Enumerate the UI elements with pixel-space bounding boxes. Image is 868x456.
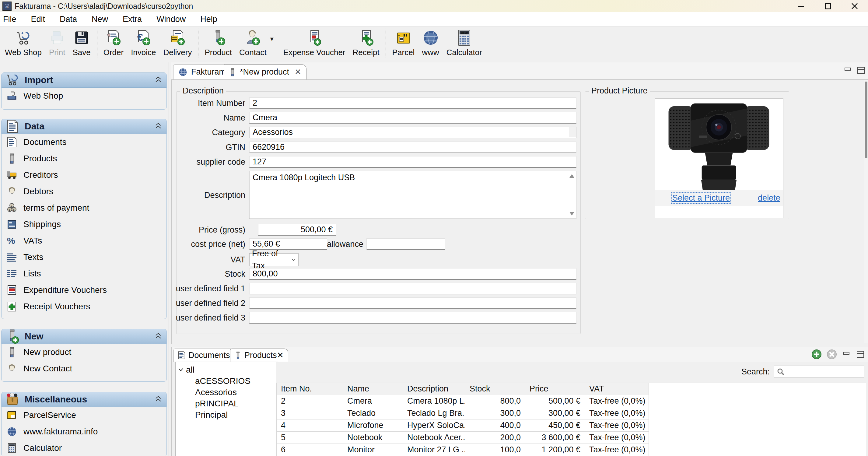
parcel-button[interactable]: Parcel (389, 27, 418, 57)
search-input[interactable] (774, 366, 864, 378)
sidebar-item-calculator[interactable]: Calculator (2, 440, 166, 456)
sidebar-item-texts[interactable]: Texts (2, 249, 166, 266)
item-number-input[interactable]: 2 (249, 97, 577, 109)
column-header-price[interactable]: Price (525, 383, 585, 395)
sidebar-item-documents[interactable]: Documents (2, 134, 166, 150)
import-section-header[interactable]: Import (2, 73, 166, 88)
scroll-up-icon[interactable] (569, 174, 574, 178)
table-row[interactable]: 6 Monitor Monitor 27 LG ... 100,0 1 200,… (277, 444, 866, 456)
name-input[interactable]: Cmera (249, 112, 577, 124)
receipt-button[interactable]: Receipt (349, 27, 383, 57)
sidebar-item-creditors[interactable]: Creditors (2, 167, 166, 183)
column-header-vat[interactable]: VAT (585, 383, 649, 395)
column-header-description[interactable]: Description (403, 383, 465, 395)
table-row[interactable]: 5 Notebook Notebook Acer... 200,0 3 600,… (277, 432, 866, 444)
product-button[interactable]: Product (201, 27, 236, 57)
tree-node-all[interactable]: all (176, 364, 276, 375)
sidebar-item-fakturama-info[interactable]: www.fakturama.info (2, 423, 166, 440)
udf2-label: user defined field 2 (162, 297, 245, 309)
calculator-button[interactable]: 88.50 Calculator (443, 27, 486, 57)
udf3-input[interactable] (249, 312, 577, 324)
collapse-chevron-icon[interactable] (154, 395, 162, 404)
vat-dropdown[interactable]: Free of Tax (249, 253, 299, 266)
editor-scrollbar[interactable] (864, 80, 868, 343)
sidebar-item-web-shop[interactable]: Web Shop (2, 88, 166, 104)
category-combo[interactable]: Acessorios (249, 127, 577, 138)
table-row[interactable]: 4 Microfone HyperX SoloCa... 400,0 450,0… (277, 420, 866, 432)
delete-picture-link[interactable]: delete (758, 193, 780, 203)
column-header-stock[interactable]: Stock (465, 383, 525, 395)
save-button[interactable]: Save (69, 27, 94, 57)
menu-new[interactable]: New (84, 14, 115, 24)
menu-extra[interactable]: Extra (115, 14, 149, 24)
minimize-button[interactable] (788, 0, 814, 12)
delivery-button[interactable]: Delivery (160, 27, 196, 57)
table-row[interactable]: 3 Teclado Teclado Lg Bra... 300,0 300,00… (277, 407, 866, 420)
menu-help[interactable]: Help (193, 14, 225, 24)
data-section-header[interactable]: Data (2, 119, 166, 134)
contact-dropdown-arrow[interactable]: ▾ (270, 35, 274, 43)
www-button[interactable]: www (418, 27, 442, 57)
udf2-input[interactable] (249, 297, 577, 309)
gtin-input[interactable]: 6620916 (249, 142, 577, 153)
sidebar-item-expenditure-vouchers[interactable]: Expenditure Vouchers (2, 282, 166, 298)
expense-voucher-button[interactable]: Expense Voucher (280, 27, 349, 57)
new-section-header[interactable]: New (2, 329, 166, 344)
contact-button[interactable]: Contact (236, 27, 270, 57)
tab-new-product[interactable]: *New product ✕ (224, 64, 307, 80)
close-button[interactable] (841, 0, 868, 12)
sidebar-item-terms-of-payment[interactable]: 155 terms of payment (2, 200, 166, 216)
miscellaneous-section-header[interactable]: Miscellaneous (2, 392, 166, 407)
sidebar-item-new-contact[interactable]: New Contact (2, 360, 166, 377)
chevron-down-icon[interactable] (176, 368, 186, 372)
udf1-input[interactable] (249, 283, 577, 294)
maximize-view-icon[interactable] (857, 66, 866, 76)
tree-node-acessorios-upper[interactable]: aCESSORIOS (176, 375, 276, 387)
web-shop-button[interactable]: Web Shop (1, 27, 45, 57)
menu-data[interactable]: Data (52, 14, 84, 24)
tree-node-principal-upper[interactable]: pRINCIPAL (176, 398, 276, 409)
order-button[interactable]: Order (100, 27, 127, 57)
add-product-icon[interactable] (811, 349, 822, 361)
collapse-chevron-icon[interactable] (154, 75, 162, 85)
maximize-view-icon[interactable] (856, 350, 865, 360)
sidebar-item-products[interactable]: Products (2, 150, 166, 167)
scrollbar-thumb[interactable] (865, 82, 867, 158)
toolbar-separator (97, 28, 97, 58)
tab-close-icon[interactable]: ✕ (294, 67, 301, 77)
collapse-chevron-icon[interactable] (154, 122, 162, 131)
tree-node-principal[interactable]: Principal (176, 409, 276, 420)
tab-products[interactable]: Products ✕ (230, 348, 288, 362)
scroll-down-icon[interactable] (569, 212, 574, 215)
minimize-view-icon[interactable] (843, 66, 852, 75)
collapse-chevron-icon[interactable] (154, 332, 162, 341)
description-textarea[interactable]: Cmera 1080p Logitech USB (249, 171, 577, 219)
cell-name: Monitor (343, 444, 403, 456)
sidebar-item-vats[interactable]: % VATs (2, 233, 166, 249)
supplier-code-input[interactable]: 127 (249, 156, 577, 168)
minimize-view-icon[interactable] (842, 351, 851, 360)
menu-file[interactable]: File (0, 14, 24, 24)
app-icon: 4,588 (2, 2, 11, 11)
invoice-button[interactable]: € Invoice (127, 27, 159, 57)
allowance-input[interactable] (366, 238, 445, 250)
tree-node-acessorios[interactable]: Acessorios (176, 387, 276, 398)
combo-button[interactable] (569, 127, 576, 137)
sidebar-item-lists[interactable]: Lists (2, 266, 166, 282)
tab-close-icon[interactable]: ✕ (277, 351, 284, 360)
select-picture-link[interactable]: Select a Picture (672, 193, 730, 203)
sidebar-item-shippings[interactable]: Shippings (2, 216, 166, 233)
tab-documents[interactable]: Documents (174, 348, 235, 362)
sidebar-item-debtors[interactable]: Debtors (2, 183, 166, 200)
sidebar-item-parcelservice[interactable]: ParcelService (2, 407, 166, 423)
stock-input[interactable]: 800,00 (249, 268, 577, 280)
table-row[interactable]: 2 Cmera Cmera 1080p L... 800,0 500,00 € … (277, 395, 866, 407)
menu-window[interactable]: Window (149, 14, 193, 24)
sidebar-item-receipt-vouchers[interactable]: Receipt Vouchers (2, 298, 166, 315)
maximize-button[interactable] (814, 0, 841, 12)
price-gross-input[interactable]: 500,00 € (258, 224, 336, 236)
column-header-name[interactable]: Name (343, 383, 403, 395)
menu-edit[interactable]: Edit (24, 14, 53, 24)
sidebar-item-new-product[interactable]: New product (2, 344, 166, 360)
column-header-item-no[interactable]: Item No. (277, 383, 343, 395)
